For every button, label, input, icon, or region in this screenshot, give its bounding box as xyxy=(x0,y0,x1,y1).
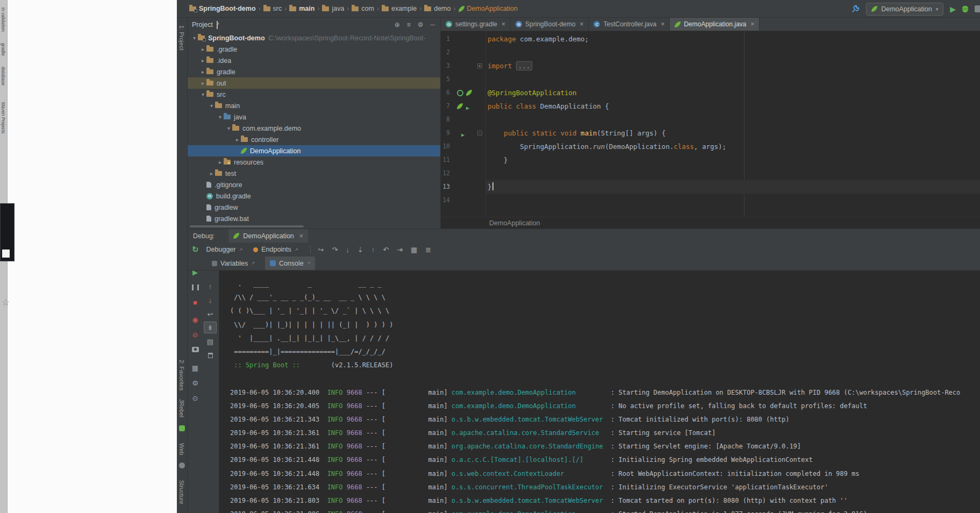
breadcrumb-item-example[interactable]: example xyxy=(382,5,417,12)
chevron-down-icon[interactable]: ▾ xyxy=(217,114,224,120)
tree-item-demoapplication[interactable]: DemoApplication xyxy=(188,145,440,156)
code-area[interactable]: 123+56789-1011121314 package com.example… xyxy=(441,31,980,217)
fold-marker-icon[interactable]: + xyxy=(477,63,482,68)
chevron-right-icon[interactable]: ▸ xyxy=(199,69,206,75)
chevron-right-icon[interactable]: ▸ xyxy=(208,170,215,176)
down-stack-icon[interactable]: ↓ xyxy=(204,294,217,306)
step-over-icon[interactable]: ↷ xyxy=(332,246,338,254)
run-gutter-icon[interactable] xyxy=(466,103,469,111)
tool-stripe-web[interactable]: Web xyxy=(178,443,185,455)
tree-item-com.example.demo[interactable]: ▾com.example.demo xyxy=(188,123,440,134)
tree-item-.gradle[interactable]: ▸.gradle xyxy=(188,44,440,55)
up-stack-icon[interactable]: ↑ xyxy=(204,280,217,292)
view-tab-console[interactable]: Console↗ xyxy=(265,256,316,270)
tool-stripe-1-project[interactable]: 1: Project xyxy=(178,25,185,50)
editor-tab-testcontroller.java[interactable]: TestController.java× xyxy=(589,18,670,31)
chevron-right-icon[interactable]: ▸ xyxy=(199,46,206,52)
web-icon[interactable] xyxy=(179,462,185,468)
stop-icon[interactable]: ■ xyxy=(189,296,202,308)
locate-icon[interactable]: ⊕ xyxy=(395,21,400,28)
tree-item-.gitignore[interactable]: .gitignore xyxy=(188,179,440,190)
step-out-icon[interactable]: ↑ xyxy=(371,246,375,254)
chevron-right-icon[interactable]: ▸ xyxy=(199,58,206,63)
tree-item-out[interactable]: ▸out xyxy=(188,77,440,89)
close-tab-icon[interactable]: × xyxy=(580,20,583,28)
settings-icon[interactable]: ⚙ xyxy=(418,21,424,28)
chevron-down-icon[interactable]: ▾ xyxy=(208,103,215,109)
tree-item-gradlew.bat[interactable]: gradlew.bat xyxy=(188,213,440,224)
drop-frame-icon[interactable]: ↶ xyxy=(383,246,389,254)
editor-tab-demoapplication.java[interactable]: DemoApplication.java× xyxy=(670,18,760,31)
breadcrumb-item-demoapplication[interactable]: DemoApplication xyxy=(459,5,518,12)
tree-item-gradle[interactable]: ▸gradle xyxy=(188,66,440,77)
show-execution-point-icon[interactable]: ↪ xyxy=(318,246,324,254)
pin-icon[interactable]: ⊙ xyxy=(189,392,202,404)
clear-icon[interactable] xyxy=(204,350,217,361)
tree-item-.idea[interactable]: ▸.idea xyxy=(188,55,440,66)
debug-tab-debugger[interactable]: Debugger↗ xyxy=(206,246,243,253)
tree-item-src[interactable]: ▾src xyxy=(188,89,440,100)
console-output[interactable]: . ____ _ __ _ _ /\\ / ___'_ __ _ _(_)_ _… xyxy=(219,270,980,513)
close-icon[interactable]: × xyxy=(299,232,303,240)
breadcrumb-item-src[interactable]: src xyxy=(263,5,282,12)
breadcrumb-item-com[interactable]: com xyxy=(352,5,374,12)
tree-item-java[interactable]: ▾java xyxy=(188,111,440,123)
fold-marker-icon[interactable]: - xyxy=(477,131,482,136)
run-button[interactable]: ▶ xyxy=(950,5,956,13)
debug-button[interactable] xyxy=(962,6,968,12)
rerun-icon[interactable]: ↻ xyxy=(192,245,199,254)
step-into-icon[interactable]: ↓ xyxy=(346,246,349,254)
settings-icon[interactable]: ⚙ xyxy=(189,377,202,389)
chevron-down-icon[interactable]: ▾ xyxy=(199,91,206,97)
breadcrumb-item-java[interactable]: java xyxy=(322,5,344,12)
mute-breakpoints-icon[interactable]: ⊘ xyxy=(189,329,202,340)
pause-icon[interactable] xyxy=(189,281,202,293)
tool-stripe-jrebel[interactable]: JRebel xyxy=(178,399,185,417)
force-step-into-icon[interactable]: ⇣ xyxy=(357,246,363,254)
spring-gutter-icon[interactable] xyxy=(457,103,463,109)
horizontal-scrollbar[interactable] xyxy=(190,225,304,227)
hide-icon[interactable]: ─ xyxy=(430,21,435,28)
view-tab-variables[interactable]: Variables↗ xyxy=(207,256,260,270)
build-wrench-icon[interactable] xyxy=(851,5,860,13)
evaluate-icon[interactable]: ▦ xyxy=(411,246,417,254)
debug-session-tab[interactable]: DemoApplication × xyxy=(228,229,308,243)
tree-item-springboot-demo[interactable]: ▾SpringBoot-demoC:\workspaces\SpringBoot… xyxy=(188,32,440,44)
project-view-selector[interactable]: Project ▾ xyxy=(192,21,218,29)
breadcrumb-item-main[interactable]: main xyxy=(289,5,314,12)
soft-wrap-icon[interactable]: ↩ xyxy=(204,308,217,320)
resume-icon[interactable]: ▶ xyxy=(189,266,202,278)
thread-dump-icon[interactable] xyxy=(189,344,202,355)
scroll-to-end-icon[interactable]: ⇟ xyxy=(204,322,217,333)
print-icon[interactable]: ▤ xyxy=(204,336,217,347)
close-tab-icon[interactable]: × xyxy=(750,20,754,28)
coverage-button[interactable] xyxy=(975,5,980,12)
debug-tab-endpoints[interactable]: Endpoints↗ xyxy=(253,246,298,253)
spring-gutter-icon[interactable] xyxy=(466,90,472,96)
tree-item-build.gradle[interactable]: build.gradle xyxy=(188,190,440,202)
jrebel-icon[interactable] xyxy=(179,425,185,431)
restore-layout-icon[interactable]: ▦ xyxy=(189,362,202,374)
run-gutter-icon[interactable] xyxy=(461,130,464,138)
chevron-right-icon[interactable]: ▸ xyxy=(199,80,206,86)
tree-item-gradlew[interactable]: gradlew xyxy=(188,202,440,213)
view-breakpoints-icon[interactable]: ◉ xyxy=(189,314,202,325)
bean-gutter-icon[interactable] xyxy=(457,90,463,96)
tool-stripe-structure[interactable]: Structure xyxy=(178,480,185,504)
chevron-down-icon[interactable]: ▾ xyxy=(191,35,198,41)
chevron-down-icon[interactable]: ▾ xyxy=(225,125,232,131)
breadcrumb-item-springboot-demo[interactable]: SpringBoot-demo xyxy=(189,5,256,12)
breadcrumb-item-demo[interactable]: demo xyxy=(424,5,450,12)
tree-item-main[interactable]: ▾main xyxy=(188,100,440,111)
code-text[interactable]: package com.example.demo;import ...@Spri… xyxy=(486,31,980,217)
editor-tab-settings.gradle[interactable]: settings.gradle× xyxy=(441,18,511,31)
tree-item-controller[interactable]: ▸controller xyxy=(188,134,440,145)
editor-tab-springboot-demo[interactable]: SpringBoot-demo× xyxy=(511,18,589,31)
run-to-cursor-icon[interactable]: ⇥ xyxy=(397,246,403,254)
editor-breadcrumb-item[interactable]: DemoApplication xyxy=(489,219,540,227)
tree-item-resources[interactable]: ▸resources xyxy=(188,156,440,168)
tool-stripe-2-favorites[interactable]: 2: Favorites xyxy=(178,360,185,390)
collapse-icon[interactable]: ≡ xyxy=(407,21,411,28)
close-tab-icon[interactable]: × xyxy=(502,20,505,28)
chevron-right-icon[interactable]: ▸ xyxy=(234,137,241,142)
